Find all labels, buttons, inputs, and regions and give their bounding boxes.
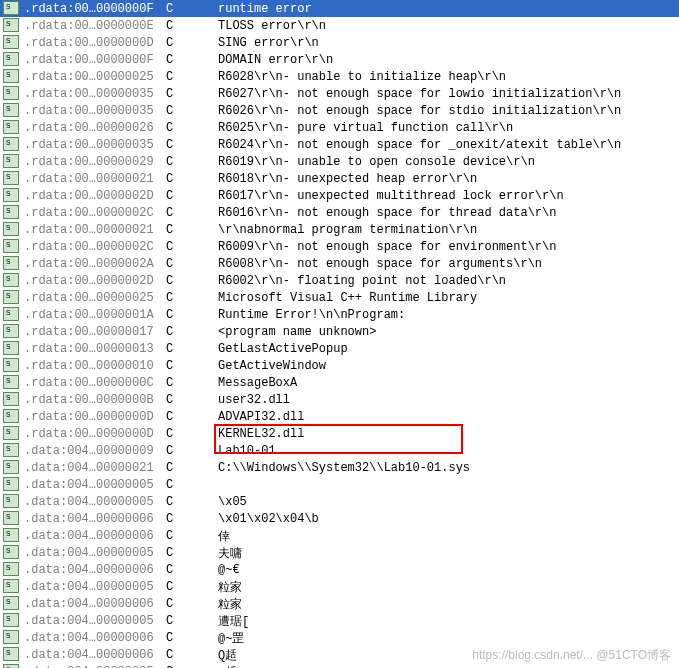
address-cell: 0000000F — [96, 2, 160, 16]
table-row[interactable]: .rdata:00…00000035CR6027\r\n- not enough… — [0, 85, 679, 102]
segment-cell: .rdata:00… — [22, 342, 96, 356]
address-cell: 00000013 — [96, 342, 160, 356]
segment-cell: .data:004… — [22, 597, 96, 611]
string-cell: @~€ — [216, 563, 240, 577]
strings-table[interactable]: .rdata:00…0000000FCruntime error .rdata:… — [0, 0, 679, 668]
table-row[interactable]: .rdata:00…00000025CMicrosoft Visual C++ … — [0, 289, 679, 306]
string-icon — [0, 527, 22, 545]
segment-cell: .rdata:00… — [22, 376, 96, 390]
table-row[interactable]: .rdata:00…0000000FCruntime error — [0, 0, 679, 17]
table-row[interactable]: .rdata:00…00000035CR6024\r\n- not enough… — [0, 136, 679, 153]
type-cell: C — [160, 529, 216, 543]
address-cell: 0000002C — [96, 240, 160, 254]
table-row[interactable]: .data:004…00000009CLab10-01 — [0, 442, 679, 459]
string-cell: DOMAIN error\r\n — [216, 53, 333, 67]
type-cell: C — [160, 427, 216, 441]
string-cell: ADVAPI32.dll — [216, 410, 304, 424]
type-cell: C — [160, 172, 216, 186]
string-cell: \x05 — [216, 495, 247, 509]
table-row[interactable]: .rdata:00…0000000BCuser32.dll — [0, 391, 679, 408]
table-row[interactable]: .data:004…00000005C粒家 — [0, 578, 679, 595]
table-row[interactable]: .data:004…00000005C — [0, 476, 679, 493]
string-cell: R6018\r\n- unexpected heap error\r\n — [216, 172, 477, 186]
string-icon — [0, 153, 22, 171]
table-row[interactable]: .rdata:00…0000000DCSING error\r\n — [0, 34, 679, 51]
table-row[interactable]: .rdata:00…0000000FCDOMAIN error\r\n — [0, 51, 679, 68]
segment-cell: .rdata:00… — [22, 19, 96, 33]
table-row[interactable]: .rdata:00…00000017C<program name unknown… — [0, 323, 679, 340]
string-cell: C:\\Windows\\System32\\Lab10-01.sys — [216, 461, 470, 475]
segment-cell: .data:004… — [22, 461, 96, 475]
table-row[interactable]: .data:004…00000005C\x05 — [0, 493, 679, 510]
string-cell: R6027\r\n- not enough space for lowio in… — [216, 87, 621, 101]
string-icon — [0, 68, 22, 86]
table-row[interactable]: .data:004…00000005C遭琚[ — [0, 612, 679, 629]
table-row[interactable]: .rdata:00…00000021CR6018\r\n- unexpected… — [0, 170, 679, 187]
string-icon — [0, 459, 22, 477]
string-cell: SING error\r\n — [216, 36, 319, 50]
table-row[interactable]: .rdata:00…0000001ACRuntime Error!\n\nPro… — [0, 306, 679, 323]
table-row[interactable]: .rdata:00…00000035CR6026\r\n- not enough… — [0, 102, 679, 119]
table-row[interactable]: .rdata:00…00000010CGetActiveWindow — [0, 357, 679, 374]
segment-cell: .rdata:00… — [22, 393, 96, 407]
type-cell: C — [160, 359, 216, 373]
address-cell: 0000000D — [96, 36, 160, 50]
table-row[interactable]: .data:004…00000021CC:\\Windows\\System32… — [0, 459, 679, 476]
type-cell: C — [160, 546, 216, 560]
table-row[interactable]: .rdata:00…0000000CCMessageBoxA — [0, 374, 679, 391]
table-row[interactable]: .rdata:00…0000000ECTLOSS error\r\n — [0, 17, 679, 34]
string-icon — [0, 612, 22, 630]
address-cell: 00000006 — [96, 597, 160, 611]
table-row[interactable]: .rdata:00…0000002CCR6009\r\n- not enough… — [0, 238, 679, 255]
type-cell: C — [160, 597, 216, 611]
table-row[interactable]: .rdata:00…00000025CR6028\r\n- unable to … — [0, 68, 679, 85]
type-cell: C — [160, 325, 216, 339]
segment-cell: .rdata:00… — [22, 155, 96, 169]
string-icon — [0, 578, 22, 596]
string-cell: @~罡 — [216, 630, 244, 647]
string-icon — [0, 51, 22, 69]
table-row[interactable]: .rdata:00…0000000DCADVAPI32.dll — [0, 408, 679, 425]
table-row[interactable]: .rdata:00…00000029CR6019\r\n- unable to … — [0, 153, 679, 170]
type-cell: C — [160, 376, 216, 390]
table-row[interactable]: .data:004…00000006C粒家 — [0, 595, 679, 612]
address-cell: 00000021 — [96, 223, 160, 237]
segment-cell: .rdata:00… — [22, 274, 96, 288]
address-cell: 00000005 — [96, 546, 160, 560]
table-row[interactable]: .data:004…00000005C夫嘃 — [0, 544, 679, 561]
table-row[interactable]: .data:004…00000006CQ趏 — [0, 646, 679, 663]
table-row[interactable]: .rdata:00…00000013CGetLastActivePopup — [0, 340, 679, 357]
string-icon — [0, 510, 22, 528]
type-cell: C — [160, 291, 216, 305]
segment-cell: .rdata:00… — [22, 121, 96, 135]
table-row[interactable]: .data:004…00000006C@~€ — [0, 561, 679, 578]
address-cell: 0000001A — [96, 308, 160, 322]
string-cell: R6009\r\n- not enough space for environm… — [216, 240, 556, 254]
table-row[interactable]: .rdata:00…00000026CR6025\r\n- pure virtu… — [0, 119, 679, 136]
type-cell: C — [160, 70, 216, 84]
table-row[interactable]: .data:004…00000005C_趏 — [0, 663, 679, 668]
address-cell: 0000002C — [96, 206, 160, 220]
address-cell: 0000000F — [96, 53, 160, 67]
table-row[interactable]: .rdata:00…00000021C\r\nabnormal program … — [0, 221, 679, 238]
strings-window[interactable]: .rdata:00…0000000FCruntime error .rdata:… — [0, 0, 679, 668]
segment-cell: .rdata:00… — [22, 36, 96, 50]
table-row[interactable]: .rdata:00…0000002ACR6008\r\n- not enough… — [0, 255, 679, 272]
table-row[interactable]: .rdata:00…0000002DCR6002\r\n- floating p… — [0, 272, 679, 289]
address-cell: 0000000E — [96, 19, 160, 33]
string-icon — [0, 561, 22, 579]
segment-cell: .data:004… — [22, 631, 96, 645]
table-row[interactable]: .data:004…00000006C 倖 — [0, 527, 679, 544]
table-row[interactable]: .data:004…00000006C@~罡 — [0, 629, 679, 646]
type-cell: C — [160, 138, 216, 152]
table-row[interactable]: .rdata:00…0000002DCR6017\r\n- unexpected… — [0, 187, 679, 204]
string-cell: R6017\r\n- unexpected multithread lock e… — [216, 189, 564, 203]
table-row[interactable]: .data:004…00000006C\x01\x02\x04\b — [0, 510, 679, 527]
string-cell: Runtime Error!\n\nProgram: — [216, 308, 405, 322]
type-cell: C — [160, 495, 216, 509]
type-cell: C — [160, 410, 216, 424]
address-cell: 0000002A — [96, 257, 160, 271]
string-icon — [0, 289, 22, 307]
table-row[interactable]: .rdata:00…0000002CCR6016\r\n- not enough… — [0, 204, 679, 221]
table-row[interactable]: .rdata:00…0000000DCKERNEL32.dll — [0, 425, 679, 442]
